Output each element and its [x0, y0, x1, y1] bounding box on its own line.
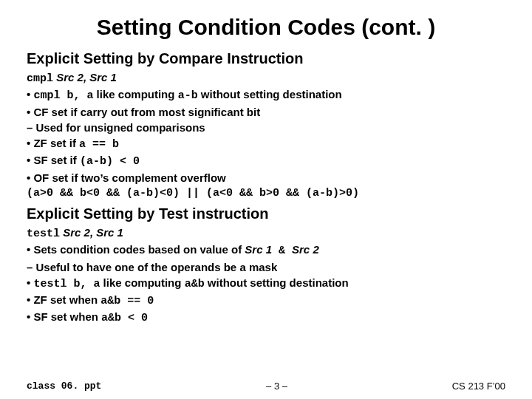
mono-text: cmpl b, a	[33, 89, 93, 102]
code-line: (a>0 && b<0 && (a-b)<0) || (a<0 && b>0 &…	[27, 186, 505, 201]
footer: class 06. ppt – 3 – CS 213 F’00	[27, 381, 505, 392]
bullet: • CF set if carry out from most signific…	[27, 105, 505, 120]
bullet: • cmpl b, a like computing a-b without s…	[27, 87, 505, 103]
bullet: • OF set if two’s complement overflow	[27, 171, 505, 185]
txt: • SF set when	[27, 310, 101, 323]
subbullet: – Used for unsigned comparisons	[27, 120, 505, 135]
mono-text: cmpl	[27, 72, 53, 85]
mono-text: a&b < 0	[101, 312, 148, 324]
subbullet: – Useful to have one of the operands be …	[27, 260, 505, 275]
bullet: • SF set if (a-b) < 0	[27, 153, 505, 169]
txt: like computing	[93, 88, 177, 100]
mono-text: testl	[27, 228, 60, 240]
section2-heading: Explicit Setting by Test instruction	[27, 205, 505, 222]
bullet: • SF set when a&b < 0	[27, 310, 505, 326]
args: Src 2, Src 1	[60, 226, 123, 239]
bullet: • testl b, a like computing a&b without …	[27, 276, 505, 292]
txt: •	[27, 276, 33, 289]
mono-text: (a-b) < 0	[80, 155, 140, 168]
mono-text: &	[272, 245, 292, 257]
section1-body: cmpl Src 2, Src 1 • cmpl b, a like compu…	[27, 70, 505, 201]
txt: • Sets condition codes based on value of	[27, 243, 245, 256]
mono-text: a-b	[178, 89, 198, 102]
mono-text: a&b	[185, 278, 205, 290]
args: Src 2, Src 1	[53, 71, 117, 83]
mono-text: testl b, a	[33, 278, 100, 290]
txt: without setting destination	[205, 276, 349, 289]
slide-title: Setting Condition Codes (cont. )	[27, 15, 505, 40]
txt: • ZF set if	[27, 137, 79, 149]
bullet: • Sets condition codes based on value of…	[27, 242, 505, 259]
txt: • SF set if	[27, 154, 80, 166]
bullet: • ZF set when a&b == 0	[27, 293, 505, 309]
mono-text: a&b == 0	[100, 295, 154, 307]
mono-text: a == b	[79, 138, 119, 151]
ital: Src 2	[292, 243, 319, 256]
footer-page: – 3 –	[101, 381, 451, 392]
txt: without setting destination	[198, 88, 342, 100]
instr-line: cmpl Src 2, Src 1	[27, 70, 505, 86]
section1-heading: Explicit Setting by Compare Instruction	[27, 50, 505, 67]
section2-body: testl Src 2, Src 1 • Sets condition code…	[27, 225, 505, 327]
txt: • ZF set when	[27, 293, 100, 306]
footer-course: CS 213 F’00	[452, 381, 505, 392]
txt: •	[27, 88, 33, 100]
ital: Src 1	[245, 243, 272, 256]
instr-line: testl Src 2, Src 1	[27, 225, 505, 242]
txt: like computing	[100, 276, 184, 289]
bullet: • ZF set if a == b	[27, 136, 505, 152]
footer-file: class 06. ppt	[27, 381, 101, 392]
